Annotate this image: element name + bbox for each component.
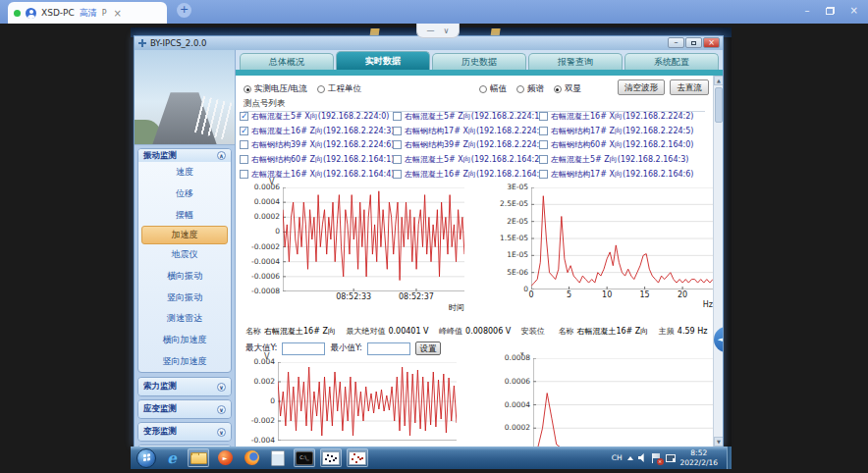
radio-option[interactable]: 双显 — [554, 83, 581, 95]
volume-icon[interactable] — [638, 453, 647, 462]
radio-option[interactable]: 幅值 — [479, 83, 507, 95]
taskbar-icon[interactable] — [188, 448, 209, 467]
point-checkbox-grid: 右幅混凝土5# X向(192.168.2.224:0) 右幅混凝土5# Z向(1… — [240, 109, 711, 184]
viewer-minimize-icon[interactable]: — — [427, 26, 435, 35]
x-tick-label: 08:52:33 — [336, 292, 371, 301]
radio-option[interactable]: 频谱 — [516, 83, 544, 95]
point-checkbox-item[interactable]: 右幅钢结构17# Z向(192.168.2.224:5) — [539, 124, 711, 138]
sidebar-item[interactable]: 竖向加速度 — [138, 351, 231, 373]
language-indicator[interactable]: CH — [612, 453, 623, 462]
chevron-down-icon[interactable]: ∨ — [217, 383, 226, 392]
point-checkbox-item[interactable]: 右幅混凝土5# Z向(192.168.2.224:1) — [393, 109, 539, 124]
app-close-button[interactable]: × — [703, 37, 720, 48]
tab-label: 历史数据 — [461, 56, 497, 69]
point-checkbox-item[interactable]: 左幅混凝土5# Z向(192.168.2.164:3) — [539, 152, 711, 167]
remove-dc-button[interactable]: 去直流 — [670, 79, 709, 95]
checkbox-icon — [240, 155, 248, 164]
radio-option[interactable]: 工程单位 — [317, 83, 361, 95]
taskbar-icon[interactable] — [294, 448, 315, 467]
close-icon[interactable]: × — [850, 5, 858, 16]
viewer-toolbar[interactable]: — ∨ — [416, 24, 460, 38]
clear-waveform-button[interactable]: 清空波形 — [618, 79, 665, 95]
tray-clock[interactable]: 8:52 2022/2/16 — [680, 448, 718, 467]
app-tab[interactable]: 报警查询 — [528, 53, 623, 70]
restore-icon[interactable] — [826, 7, 835, 15]
sidebar-item[interactable]: 横向加速度 — [138, 330, 231, 351]
point-checkbox-item[interactable]: 右幅钢结构39# X向(192.168.2.224:6) — [240, 138, 393, 153]
app-minimize-button[interactable]: – — [668, 37, 684, 48]
sidebar-item[interactable]: 摆幅 — [138, 204, 231, 226]
scroll-up-arrow[interactable]: ▲ — [714, 76, 723, 85]
point-checkbox-item[interactable]: 右幅钢结构39# Z向(192.168.2.224:7) — [393, 138, 539, 153]
chevron-down-icon[interactable]: ∨ — [444, 26, 450, 35]
tray-date: 2022/2/16 — [680, 458, 718, 467]
chevron-up-icon[interactable]: ∧ — [217, 151, 226, 160]
sidebar-item[interactable]: 横向振动 — [138, 266, 231, 288]
app-tab[interactable]: 实时数据 — [336, 51, 430, 70]
sidebar-section-collapsed[interactable]: 应变监测 ∨ — [137, 399, 232, 419]
sidebar-item[interactable]: 加速度 — [141, 226, 228, 244]
network-icon[interactable] — [666, 453, 676, 462]
app-tab[interactable]: 历史数据 — [432, 53, 526, 70]
action-center-flag-icon[interactable]: × — [652, 453, 661, 463]
sidebar-section-collapsed[interactable]: 变形监测 ∨ — [137, 422, 232, 442]
radio-label: 频谱 — [527, 83, 544, 95]
taskbar-icon[interactable] — [320, 448, 342, 467]
point-checkbox-item[interactable]: 右幅钢结构60# X向(192.168.2.164:0) — [539, 138, 711, 153]
taskbar-icon[interactable] — [267, 448, 289, 467]
alert-badge-icon: × — [657, 458, 664, 465]
app-tab[interactable]: 总体概况 — [240, 53, 334, 70]
radio-label: 实测电压/电流 — [254, 83, 307, 95]
lower-time-waveform-chart: V0.0040.0020-0.002-0.004 — [243, 352, 457, 447]
chevron-down-icon[interactable]: ∨ — [217, 428, 226, 437]
new-tab-button[interactable]: + — [177, 3, 191, 18]
sidebar-item[interactable]: 测速雷达 — [138, 308, 231, 330]
point-checkbox-item[interactable]: 右幅混凝土16# X向(192.168.2.224:2) — [539, 109, 711, 124]
x-tick-label: 08:52:37 — [399, 292, 434, 301]
sidebar-item[interactable]: 竖向振动 — [138, 287, 231, 308]
sidebar-accordion: 振动监测 ∧ 速度 位移 摆幅 — [135, 145, 235, 447]
checkbox-icon — [393, 127, 402, 135]
show-desktop-button[interactable] — [727, 447, 732, 469]
point-checkbox-item[interactable]: 右幅混凝土16# Z向(192.168.2.224:3) — [240, 124, 393, 138]
checkbox-icon — [539, 127, 548, 135]
scroll-down-arrow[interactable]: ▼ — [714, 437, 723, 447]
app-titlebar[interactable]: BY-IPCS_2.0.0 – × — [135, 36, 723, 50]
vertical-scrollbar[interactable]: ▲ ▼ — [713, 76, 723, 447]
app-maximize-button[interactable] — [685, 37, 702, 48]
section-label: 振动监测 — [143, 150, 177, 162]
tray-expand-icon[interactable] — [627, 456, 633, 460]
taskbar-icon[interactable] — [136, 448, 156, 467]
sidebar-section-collapsed[interactable]: 索力监测 ∨ — [137, 377, 232, 396]
section-header-vibration[interactable]: 振动监测 ∧ — [138, 149, 231, 162]
app-tab[interactable]: 系统配置 — [624, 53, 719, 70]
sidebar-item[interactable]: 位移 — [138, 184, 231, 205]
point-checkbox-item[interactable]: 左幅混凝土5# X向(192.168.2.164:2) — [393, 152, 539, 167]
minimize-icon[interactable]: – — [805, 5, 810, 16]
radio-label: 双显 — [565, 83, 581, 95]
sidebar-item[interactable]: 速度 — [138, 162, 231, 184]
chevron-down-icon[interactable]: ∨ — [217, 405, 226, 414]
taskbar-icon[interactable] — [214, 448, 236, 467]
info-label: 峰峰值 — [439, 327, 462, 336]
browser-tab[interactable]: XSD-PC 高清 P × — [8, 2, 167, 24]
x-axis-title: Hz — [703, 300, 713, 309]
point-checkbox-item[interactable]: 右幅钢结构17# X向(192.168.2.224:4) — [393, 124, 539, 138]
taskbar-icon[interactable] — [161, 448, 183, 467]
scrollbar-thumb[interactable] — [715, 87, 723, 123]
taskbar-icon[interactable] — [347, 448, 368, 467]
tab-close-icon[interactable]: × — [114, 8, 122, 19]
y-tick-label: -0.0002 — [251, 242, 280, 251]
radio-option[interactable]: 实测电压/电流 — [244, 83, 307, 95]
point-checkbox-item[interactable]: 右幅混凝土5# X向(192.168.2.224:0) — [240, 109, 393, 124]
sidebar-item[interactable]: 地震仪 — [138, 244, 231, 266]
taskbar-icon[interactable] — [241, 448, 262, 467]
y-tick-label: -0.0006 — [251, 272, 280, 281]
sidebar-item-label: 速度 — [176, 166, 193, 179]
point-checkbox-item[interactable]: 右幅钢结构60# Z向(192.168.2.164:1) — [240, 152, 393, 167]
y-tick-label: 0.0006 — [254, 183, 280, 191]
realtime-content: 实测电压/电流 工程单位 幅值 频谱 — [236, 76, 723, 447]
quality-label[interactable]: 高清 — [80, 7, 97, 20]
point-label: 右幅钢结构60# X向(192.168.2.164:0) — [551, 139, 693, 150]
point-label: 右幅钢结构17# X向(192.168.2.224:4) — [405, 126, 539, 136]
